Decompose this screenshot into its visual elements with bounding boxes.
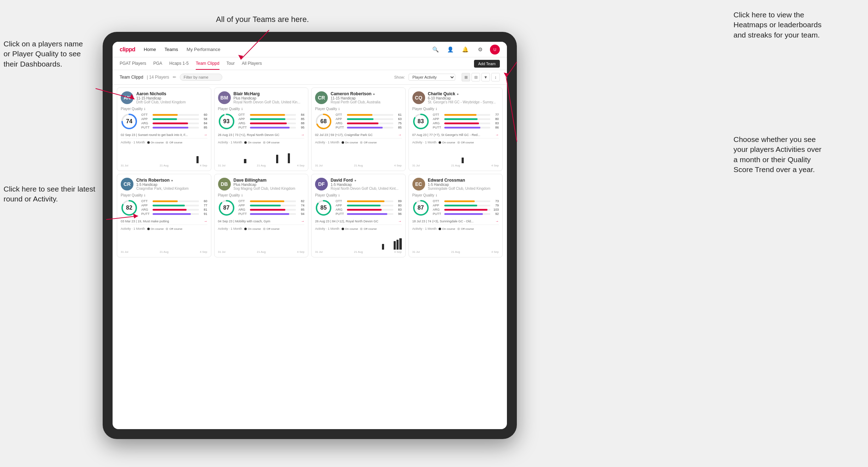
nav-logo[interactable]: clippd — [120, 46, 135, 53]
chart-bar — [399, 238, 401, 250]
stat-row: OTT 61 — [336, 113, 402, 116]
quality-circle[interactable]: 83 — [412, 113, 429, 130]
quality-circle[interactable]: 87 — [412, 199, 429, 216]
latest-round[interactable]: 02 Jul 23 | 59 (+17), Craigmillar Park G… — [315, 133, 402, 138]
stat-row: PUTT 86 — [433, 126, 499, 129]
player-name[interactable]: Charlie Quick ● — [428, 91, 499, 96]
latest-round[interactable]: 03 Mar 23 | 19, Must make putting → — [121, 219, 207, 225]
chart-date: 31 Jul — [218, 164, 225, 167]
quality-info-icon[interactable]: ℹ — [436, 107, 437, 111]
quality-info-icon[interactable]: ℹ — [241, 194, 242, 197]
on-course-dot — [342, 228, 344, 230]
latest-round[interactable]: 02 Sep 23 | Sunset round to get back int… — [121, 133, 207, 138]
player-card[interactable]: CQ Charlie Quick ● 6-10 Handicap St. Geo… — [409, 87, 503, 171]
off-course-label: Off course — [267, 227, 280, 230]
latest-round[interactable]: 04 Sep 23 | Mobility with coach, Gym → — [218, 219, 305, 225]
stat-label: ARG — [336, 208, 346, 211]
quality-info-icon[interactable]: ℹ — [144, 107, 145, 111]
tab-tour[interactable]: Tour — [227, 57, 235, 70]
player-card[interactable]: CR Chris Robertson ● 1-5 Handicap Craigm… — [117, 174, 211, 257]
stat-label: ARG — [239, 121, 249, 125]
stat-value: 96 — [395, 212, 402, 216]
chart-date: 4 Sep — [200, 250, 207, 254]
tab-pgat[interactable]: PGAT Players — [120, 57, 146, 70]
player-avatar: CR — [121, 178, 133, 190]
avatar[interactable]: U — [490, 45, 500, 55]
quality-label: Player Quality ℹ — [315, 193, 402, 197]
quality-circle[interactable]: 93 — [218, 113, 235, 130]
chart-date: 21 Aug — [160, 164, 169, 167]
user-icon[interactable]: 👤 — [445, 45, 455, 55]
ipad-frame: clippd Home Teams My Performance 🔍 👤 🔔 ⚙… — [103, 32, 517, 439]
tab-pga[interactable]: PGA — [153, 57, 162, 70]
player-name[interactable]: Blair McHarg — [234, 91, 305, 96]
player-name[interactable]: Edward Crossman — [428, 178, 499, 183]
quality-circle[interactable]: 85 — [315, 199, 332, 216]
quality-info-icon[interactable]: ℹ — [144, 194, 145, 197]
stat-label: PUTT — [239, 212, 249, 216]
stat-row: APP 74 — [239, 204, 305, 207]
quality-info-icon[interactable]: ℹ — [436, 194, 437, 197]
stat-label: PUTT — [336, 126, 346, 129]
edit-icon[interactable]: ✏ — [173, 75, 176, 80]
chart-date: 31 Jul — [121, 164, 128, 167]
stat-bar — [444, 213, 483, 215]
list-view-button[interactable]: ⊟ — [472, 73, 480, 81]
off-course-dot — [360, 141, 362, 144]
quality-circle[interactable]: 82 — [121, 199, 138, 216]
player-avatar: BM — [218, 91, 231, 104]
tab-hcaps[interactable]: Hcaps 1-5 — [169, 57, 189, 70]
activity-chart — [121, 232, 207, 250]
nav-item-home[interactable]: Home — [144, 47, 156, 52]
quality-circle[interactable]: 68 — [315, 113, 332, 130]
tab-all-players[interactable]: All Players — [242, 57, 262, 70]
nav-item-teams[interactable]: Teams — [165, 47, 178, 52]
nav-item-performance[interactable]: My Performance — [187, 47, 220, 52]
sort-button[interactable]: ↕ — [491, 73, 500, 81]
player-name[interactable]: David Ford ● — [331, 178, 402, 183]
quality-label: Player Quality ℹ — [121, 107, 207, 111]
player-name[interactable]: Cameron Robertson ● — [331, 91, 402, 96]
off-course-dot — [263, 141, 265, 144]
off-course-dot — [360, 228, 362, 230]
stat-bar-container — [444, 200, 491, 202]
latest-round-text: 02 Jul 23 | 59 (+17), Craigmillar Park G… — [315, 133, 373, 137]
quality-info-icon[interactable]: ℹ — [241, 107, 242, 111]
player-name[interactable]: Chris Robertson ● — [136, 178, 207, 183]
latest-round[interactable]: 26 Aug 23 | 84 (+12), Royal North Devon … — [315, 219, 402, 225]
search-icon[interactable]: 🔍 — [430, 45, 440, 55]
tab-team-clippd[interactable]: Team Clippd — [196, 57, 219, 70]
stat-row: OTT 73 — [433, 199, 499, 203]
player-card[interactable]: BM Blair McHarg Plus Handicap Royal Nort… — [214, 87, 309, 171]
add-team-button[interactable]: Add Team — [474, 60, 500, 68]
quality-info-icon[interactable]: ℹ — [338, 107, 339, 111]
player-card[interactable]: AN Aaron Nicholls 11-15 Handicap Drift G… — [117, 87, 211, 171]
player-card[interactable]: EC Edward Crossman 1-5 Handicap Sunningd… — [409, 174, 503, 257]
latest-round[interactable]: 07 Aug 23 | 77 (+7), St George's Hill GC… — [412, 133, 499, 138]
latest-round[interactable]: 26 Aug 23 | 73 (+1), Royal North Devon G… — [218, 133, 305, 138]
quality-info-icon[interactable]: ℹ — [338, 194, 339, 197]
player-card[interactable]: DF David Ford ● 1-5 Handicap Royal North… — [311, 174, 406, 257]
grid-view-button[interactable]: ⊞ — [462, 73, 470, 81]
player-card[interactable]: DB Dave Billingham Plus Handicap Sog Mag… — [214, 174, 309, 257]
stat-bar — [250, 118, 286, 120]
stat-value: 75 — [395, 121, 402, 125]
off-course-label: Off course — [169, 227, 182, 230]
quality-label: Player Quality ℹ — [412, 107, 499, 111]
settings-icon[interactable]: ⚙ — [475, 45, 485, 55]
quality-circle[interactable]: 87 — [218, 199, 235, 216]
latest-round[interactable]: 18 Jul 23 | 74 (+3), Sunningdale GC - Ol… — [412, 219, 499, 225]
player-card[interactable]: CR Cameron Robertson ● 11-15 Handicap Ro… — [311, 87, 406, 171]
player-club: Drift Golf Club, United Kingdom — [136, 100, 207, 104]
filter-button[interactable]: ▼ — [481, 73, 490, 81]
player-handicap: 11-15 Handicap — [136, 96, 207, 100]
stat-row: PUTT 85 — [336, 126, 402, 129]
quality-circle[interactable]: 74 — [121, 113, 138, 130]
chart-dates: 31 Jul21 Aug4 Sep — [121, 250, 207, 254]
player-name[interactable]: Aaron Nicholls — [136, 91, 207, 96]
show-select[interactable]: Player Activity Quality Score Trend — [409, 74, 455, 81]
filter-input[interactable] — [180, 74, 222, 81]
bell-icon[interactable]: 🔔 — [460, 45, 470, 55]
player-name[interactable]: Dave Billingham — [234, 178, 305, 183]
chart-dates: 31 Jul21 Aug4 Sep — [315, 164, 402, 167]
